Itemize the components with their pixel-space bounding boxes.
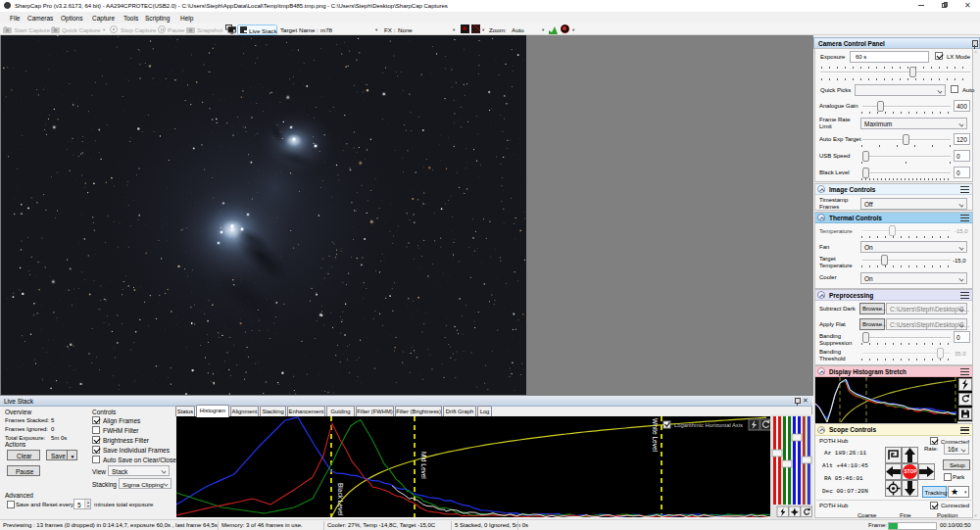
svg-text:Mid Level: Mid Level <box>420 452 427 479</box>
svg-text:Black Level: Black Level <box>337 483 344 516</box>
svg-text:Logarithmic Horizontal Axis: Logarithmic Horizontal Axis <box>674 422 743 428</box>
svg-text:White Level: White Level <box>652 418 659 453</box>
